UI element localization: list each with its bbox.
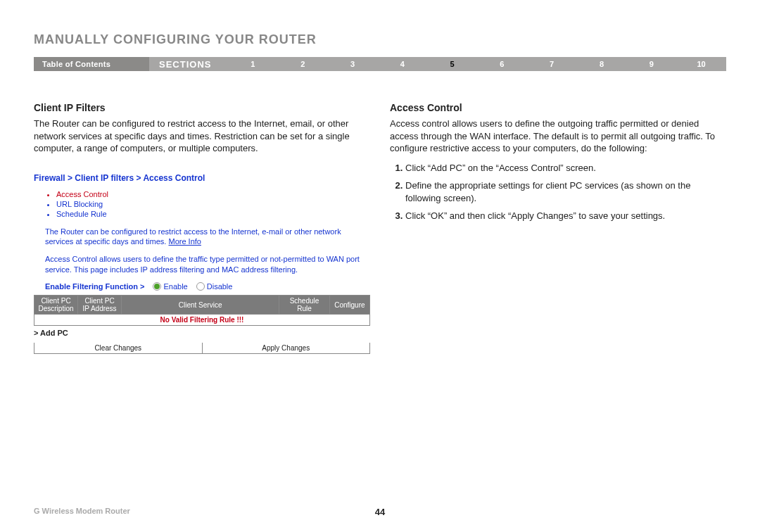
clear-changes-button[interactable]: Clear Changes (34, 343, 203, 353)
nav-sections-label: SECTIONS (149, 57, 228, 71)
menu-schedule-rule[interactable]: Schedule Rule (56, 210, 107, 218)
add-pc-link[interactable]: > Add PC (34, 329, 68, 337)
embedded-screenshot: Firewall > Client IP filters > Access Co… (34, 173, 370, 354)
footer-page: 44 (375, 507, 385, 517)
nav-section-5[interactable]: 5 (427, 57, 477, 71)
nav-section-8[interactable]: 8 (577, 57, 627, 71)
radio-icon (153, 282, 161, 291)
enable-filtering-label: Enable Filtering Function > (45, 282, 144, 291)
nav-toc[interactable]: Table of Contents (34, 57, 149, 71)
nav-section-2[interactable]: 2 (278, 57, 328, 71)
menu-url-blocking[interactable]: URL Blocking (56, 200, 103, 208)
filter-menu: Access Control URL Blocking Schedule Rul… (34, 190, 370, 218)
col-schedule-rule: Schedule Rule (279, 296, 330, 315)
right-body: Access control allows users to define th… (390, 118, 726, 155)
footer-product: G Wireless Modem Router (34, 507, 130, 515)
step-3: Click “OK” and then click “Apply Changes… (405, 210, 726, 222)
steps-list: Click “Add PC” on the “Access Control” s… (390, 162, 726, 222)
breadcrumb: Firewall > Client IP filters > Access Co… (34, 173, 370, 183)
right-heading: Access Control (390, 102, 726, 113)
page-title: MANUALLY CONFIGURING YOUR ROUTER (34, 32, 726, 47)
more-info-link[interactable]: More Info (168, 237, 201, 246)
radio-icon (196, 282, 205, 291)
apply-changes-button[interactable]: Apply Changes (203, 343, 370, 353)
nav-section-4[interactable]: 4 (377, 57, 427, 71)
menu-access-control[interactable]: Access Control (56, 190, 108, 198)
col-client-ip: Client PC IP Address (78, 296, 122, 315)
radio-disable[interactable]: Disable (196, 282, 233, 291)
section-navbar: Table of Contents SECTIONS 1 2 3 4 5 6 7… (34, 57, 726, 71)
shot-desc-2: Access Control allows users to define th… (34, 254, 370, 275)
nav-section-6[interactable]: 6 (477, 57, 527, 71)
nav-section-9[interactable]: 9 (626, 57, 676, 71)
radio-enable[interactable]: Enable (153, 282, 187, 291)
shot-desc-1: The Router can be configured to restrict… (34, 227, 370, 248)
nav-section-10[interactable]: 10 (676, 57, 726, 71)
col-client-service: Client Service (122, 296, 279, 315)
left-heading: Client IP Filters (34, 102, 370, 113)
step-2: Define the appropriate settings for clie… (405, 179, 726, 204)
filter-table: Client PC Description Client PC IP Addre… (34, 295, 370, 326)
left-body: The Router can be configured to restrict… (34, 118, 370, 155)
nav-section-7[interactable]: 7 (527, 57, 577, 71)
col-configure: Configure (329, 296, 369, 315)
nav-section-3[interactable]: 3 (328, 57, 378, 71)
no-valid-rule: No Valid Filtering Rule !!! (34, 315, 370, 326)
col-client-desc: Client PC Description (34, 296, 78, 315)
nav-section-1[interactable]: 1 (228, 57, 278, 71)
step-1: Click “Add PC” on the “Access Control” s… (405, 162, 726, 175)
